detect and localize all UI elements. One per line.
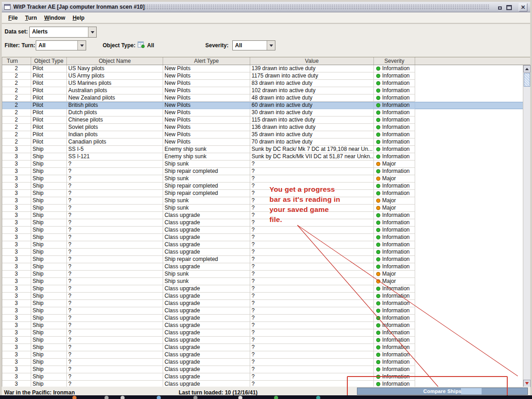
table-row[interactable]: 2PilotUS Army pilotsNew Pilots1175 drawn… bbox=[2, 72, 523, 80]
scrollbar-up-button[interactable] bbox=[523, 65, 531, 72]
cell-object-name: ? bbox=[67, 381, 163, 387]
menu-item-help[interactable]: Help bbox=[69, 13, 88, 23]
table-row[interactable]: 2PilotUS Navy pilotsNew Pilots139 drawn … bbox=[2, 65, 523, 72]
table-row[interactable]: 3Ship?Class upgrade?Information bbox=[2, 219, 523, 227]
dataset-combobox-arrow-button[interactable] bbox=[88, 27, 96, 37]
severity-cell: Information bbox=[374, 381, 415, 387]
table-row[interactable]: 2PilotChinese pilotsNew Pilots115 drawn … bbox=[2, 116, 523, 124]
table-row[interactable]: 3Ship?Ship sunk?Major bbox=[2, 271, 523, 278]
table-row[interactable]: 3Ship?Ship sunk?Major bbox=[2, 205, 523, 212]
taskbar-icon[interactable] bbox=[274, 396, 278, 399]
table-row[interactable]: 3Ship?Class upgrade?Information bbox=[2, 263, 523, 271]
table-row[interactable]: 3Ship?Class upgrade?Information bbox=[2, 366, 523, 373]
table-row[interactable]: 3Ship?Class upgrade?Information bbox=[2, 329, 523, 337]
table-row[interactable]: 3Ship?Class upgrade?Information bbox=[2, 381, 523, 387]
scrollbar-thumb[interactable] bbox=[524, 73, 530, 87]
table-row[interactable]: 3Ship?Class upgrade?Information bbox=[2, 351, 523, 359]
annotation-line: your saved game bbox=[269, 205, 340, 215]
table-row[interactable]: 3Ship?Class upgrade?Information bbox=[2, 322, 523, 329]
cell-alert-type: Ship sunk bbox=[163, 197, 250, 205]
table-row[interactable]: 2PilotAustralian pilotsNew Pilots102 dra… bbox=[2, 87, 523, 94]
table-row[interactable]: 3Ship?Class upgrade?Information bbox=[2, 359, 523, 366]
taskbar-icon[interactable] bbox=[238, 396, 242, 399]
table-row[interactable]: 2PilotCanadian pilotsNew Pilots70 drawn … bbox=[2, 139, 523, 146]
titlebar[interactable]: WitP Tracker AE [Jap computer Ironman sc… bbox=[2, 2, 530, 12]
table-row[interactable]: 3Ship?Ship repair completed?Information bbox=[2, 190, 523, 197]
scrollbar-down-button[interactable] bbox=[523, 380, 531, 387]
cell-object-type: Ship bbox=[31, 315, 67, 322]
table-row[interactable]: 3Ship?Class upgrade?Information bbox=[2, 337, 523, 344]
cell-turn: 3 bbox=[2, 168, 31, 175]
table-row[interactable]: 3Ship?Class upgrade?Information bbox=[2, 241, 523, 249]
table-row[interactable]: 3Ship?Class upgrade?Information bbox=[2, 315, 523, 322]
minimize-button[interactable] bbox=[496, 3, 504, 11]
table-row[interactable]: 3ShipSS I-5Enemy ship sunkSunk by DC Rac… bbox=[2, 146, 523, 153]
cell-object-type: Ship bbox=[31, 344, 67, 351]
cell-object-type: Ship bbox=[31, 329, 67, 337]
turn-filter-arrow-button[interactable] bbox=[77, 41, 86, 50]
severity-cell: Information bbox=[374, 227, 415, 234]
taskbar-icon[interactable] bbox=[72, 396, 77, 399]
table-row[interactable]: 3Ship?Class upgrade?Information bbox=[2, 212, 523, 219]
table-row[interactable]: 3Ship?Ship sunk?Major bbox=[2, 161, 523, 168]
table-row[interactable]: 3Ship?Class upgrade?Information bbox=[2, 307, 523, 315]
column-header-alert-type[interactable]: Alert Type bbox=[163, 57, 250, 65]
information-severity-icon bbox=[376, 66, 380, 71]
table-row[interactable]: 3Ship?Class upgrade?Information bbox=[2, 344, 523, 351]
menu-item-window[interactable]: Window bbox=[40, 13, 69, 23]
table-row[interactable]: 2PilotUS Marines pilotsNew Pilots83 draw… bbox=[2, 80, 523, 87]
cell-alert-type: Class upgrade bbox=[163, 344, 250, 351]
taskbar-sliver[interactable] bbox=[0, 395, 532, 399]
taskbar-icon[interactable] bbox=[121, 396, 125, 399]
table-row[interactable]: 3Ship?Class upgrade?Information bbox=[2, 300, 523, 307]
table-row[interactable]: 3Ship?Class upgrade?Information bbox=[2, 293, 523, 300]
table-row[interactable]: 2PilotBritish pilotsNew Pilots60 drawn i… bbox=[2, 102, 523, 109]
filter-label: Filter: bbox=[5, 42, 20, 49]
severity-filter-combobox[interactable]: All bbox=[232, 40, 275, 50]
menu-item-turn[interactable]: Turn bbox=[22, 13, 41, 23]
dataset-combobox[interactable]: Alerts bbox=[29, 27, 97, 38]
cell-turn: 3 bbox=[2, 322, 31, 329]
object-type-filter-value[interactable]: All bbox=[147, 42, 154, 49]
menu-item-file[interactable]: File bbox=[5, 13, 22, 23]
severity-cell: Information bbox=[374, 322, 415, 329]
object-type-icon[interactable] bbox=[137, 41, 145, 48]
table-row[interactable]: 3Ship?Ship sunk?Major bbox=[2, 197, 523, 205]
information-severity-icon bbox=[376, 125, 380, 129]
severity-cell: Information bbox=[374, 102, 415, 109]
column-header-severity[interactable]: Severity bbox=[374, 57, 415, 65]
vertical-scrollbar[interactable] bbox=[523, 65, 530, 387]
table-row[interactable]: 2PilotSoviet pilotsNew Pilots136 drawn i… bbox=[2, 124, 523, 131]
table-row[interactable]: 3ShipSS I-121Enemy ship sunkSunk by DC R… bbox=[2, 153, 523, 161]
cell-object-type: Ship bbox=[31, 161, 67, 168]
table-row[interactable]: 2PilotDutch pilotsNew Pilots30 drawn int… bbox=[2, 109, 523, 116]
column-header-object-type[interactable]: Object Type bbox=[31, 57, 67, 65]
turn-filter-combobox[interactable]: All bbox=[36, 40, 86, 50]
close-button[interactable]: ✕ bbox=[519, 3, 527, 11]
taskbar-icon[interactable] bbox=[316, 396, 320, 399]
column-header-object-name[interactable]: Object Name bbox=[67, 57, 163, 65]
table-row[interactable]: 3Ship?Class upgrade?Information bbox=[2, 373, 523, 381]
table-row[interactable]: 3Ship?Ship sunk?Major bbox=[2, 278, 523, 285]
column-header-value[interactable]: Value bbox=[250, 57, 374, 65]
taskbar-icon[interactable] bbox=[104, 396, 109, 399]
table-row[interactable]: 2PilotIndian pilotsNew Pilots35 drawn in… bbox=[2, 131, 523, 139]
taskbar-icon[interactable] bbox=[157, 396, 161, 399]
table-row[interactable]: 3Ship?Class upgrade?Information bbox=[2, 227, 523, 234]
table-row[interactable]: 3Ship?Ship repair completed?Information bbox=[2, 168, 523, 175]
severity-text: Information bbox=[382, 285, 410, 292]
table-row[interactable]: 3Ship?Class upgrade?Information bbox=[2, 234, 523, 241]
table-row[interactable]: 3Ship?Ship repair completed?Information bbox=[2, 256, 523, 263]
severity-cell: Information bbox=[374, 80, 415, 87]
table-row[interactable]: 3Ship?Ship sunk?Major bbox=[2, 175, 523, 183]
cell-object-type: Ship bbox=[31, 219, 67, 227]
table-row[interactable]: 3Ship?Ship repair completed?Information bbox=[2, 183, 523, 190]
maximize-button[interactable] bbox=[505, 3, 513, 11]
taskbar-icon[interactable] bbox=[193, 396, 197, 399]
column-header-turn[interactable]: Turn bbox=[2, 57, 31, 65]
severity-filter-arrow-button[interactable] bbox=[267, 41, 275, 50]
table-row[interactable]: 2PilotNew Zealand pilotsNew Pilots48 dra… bbox=[2, 94, 523, 102]
severity-cell: Information bbox=[374, 307, 415, 315]
table-row[interactable]: 3Ship?Class upgrade?Information bbox=[2, 249, 523, 256]
table-row[interactable]: 3Ship?Class upgrade?Information bbox=[2, 285, 523, 293]
